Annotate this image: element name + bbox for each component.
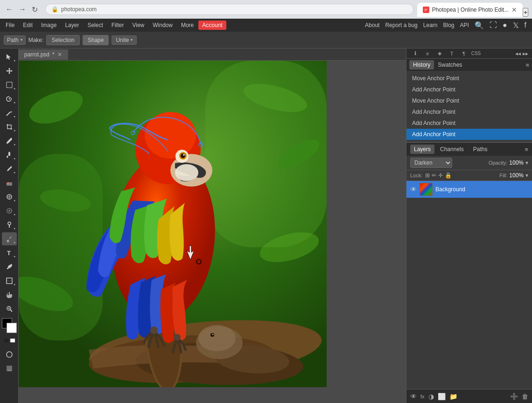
lock-transparency-icon[interactable]: ⊞ [425,172,430,179]
menu-filter[interactable]: Filter [108,21,128,30]
group-icon[interactable]: 📁 [449,393,457,400]
css-icon-btn[interactable]: CSS [471,50,481,57]
tool-eraser[interactable] [2,176,17,189]
menu-layer[interactable]: Layer [61,21,83,30]
menu-file[interactable]: File [2,21,18,30]
blog-link[interactable]: Blog [443,22,455,28]
make-selection-button[interactable]: Selection [46,35,79,45]
swatches-tab[interactable]: Swatches [434,60,466,69]
tool-text[interactable]: T ▸ [2,246,17,259]
tab-close-button[interactable]: ✕ [511,6,517,14]
tool-paint-bucket[interactable]: ▸ [2,148,17,161]
menu-select[interactable]: Select [84,21,106,30]
opacity-label: Opacity: [489,160,507,166]
layer-comp-icon[interactable]: 👁 [410,393,417,400]
background-color[interactable] [7,323,17,333]
tool-clone[interactable]: ▸ [2,190,17,203]
svg-rect-0 [7,82,12,88]
mask-icon[interactable]: ⬜ [438,393,446,400]
blend-mode-select[interactable]: Darken Normal Multiply Screen Overlay [410,158,452,168]
history-item-3[interactable]: Move Anchor Point [406,95,532,106]
fx-icon[interactable]: fx [420,394,425,399]
reddit-icon[interactable]: ● [503,21,507,29]
history-item-4[interactable]: Add Anchor Point [406,106,532,118]
tool-wand[interactable]: ▸ [2,106,17,119]
color-swatch[interactable] [2,318,17,333]
tool-lasso[interactable]: ▸ [2,92,17,105]
tool-sub-indicator4: ▸ [14,115,16,118]
refresh-button[interactable]: ↻ [30,3,40,16]
tool-eyedropper[interactable]: ▸ [2,134,17,147]
layers-tab[interactable]: Layers [410,145,434,154]
layers-panel-menu[interactable]: ≡ [525,146,528,153]
fill-dropdown-arrow[interactable]: ▾ [525,172,528,179]
new-tab-button[interactable]: + [523,8,528,17]
history-item-6[interactable]: Add Anchor Point [406,129,532,140]
active-tab[interactable]: P Photopea | Online Photo Edit... ✕ [417,3,523,17]
tool-dodge[interactable]: ▸ [2,218,17,231]
fullscreen-icon[interactable]: ⛶ [490,21,497,29]
history-item-label-1: Move Anchor Point [412,75,459,82]
layers-icon-btn[interactable]: ◈ [434,50,445,57]
paths-tab[interactable]: Paths [469,145,491,154]
menu-account[interactable]: Account [198,21,226,30]
menu-edit[interactable]: Edit [19,21,36,30]
tool-extra1[interactable] [2,348,17,361]
make-shape-button[interactable]: Shape [83,35,109,45]
tool-extra2[interactable]: ... [2,362,17,375]
back-button[interactable]: ← [4,3,15,15]
file-tab-parrot[interactable]: parrot.psd * ✕ [19,49,68,60]
tool-colorpicker[interactable] [2,260,17,273]
history-item-1[interactable]: Move Anchor Point [406,73,532,84]
lock-image-icon[interactable]: ✏ [432,172,436,179]
menu-image[interactable]: Image [37,21,60,30]
history-panel-menu[interactable]: ≡ [525,62,529,69]
tool-path-dropdown[interactable]: Path ▾ [4,35,26,45]
tool-select[interactable]: ▸ [2,50,17,63]
learn-link[interactable]: Learn [423,22,438,28]
forward-button[interactable]: → [17,3,28,15]
text-icon-btn[interactable]: T [447,50,457,57]
layer-row-background[interactable]: 👁 Background [406,181,532,198]
tool-zoom[interactable] [2,302,17,315]
panel-collapse-left[interactable]: ◂◂ [515,50,521,57]
facebook-icon[interactable]: f [525,21,526,29]
tool-shape[interactable]: ▸ [2,274,17,287]
tool-marquee[interactable]: ▸ [2,78,17,91]
history-item-2[interactable]: Add Anchor Point [406,84,532,95]
settings-icon[interactable]: ≡ [422,50,433,57]
tool-mode-normal[interactable] [2,334,17,347]
lock-position-icon[interactable]: ✛ [438,172,443,179]
unite-dropdown[interactable]: Unite ▾ [112,35,137,45]
tool-pen[interactable]: ▸ [2,232,17,245]
tool-brush[interactable]: ▸ [2,162,17,175]
search-icon[interactable]: 🔍 [475,21,484,30]
tool-move[interactable] [2,64,17,77]
delete-layer-icon[interactable]: 🗑 [522,393,528,400]
channels-tab[interactable]: Channels [436,145,468,154]
lock-all-icon[interactable]: 🔒 [445,172,452,179]
tool-blur[interactable]: ▸ [2,204,17,217]
about-link[interactable]: About [365,22,379,28]
panel-collapse-right[interactable]: ▸▸ [523,50,528,57]
tool-hand[interactable] [2,288,17,301]
report-bug-link[interactable]: Report a bug [385,22,417,28]
history-item-5[interactable]: Add Anchor Point [406,118,532,129]
layer-visibility-toggle[interactable]: 👁 [410,186,417,193]
tool-crop[interactable]: ▸ [2,120,17,133]
menu-window[interactable]: Window [149,21,176,30]
info-icon[interactable]: ℹ [410,50,420,57]
history-tab[interactable]: History [409,60,434,69]
adjustment-icon[interactable]: ◑ [428,393,434,400]
twitter-icon[interactable]: 𝕏 [513,21,519,30]
tool-sub-indicator5: ▸ [14,129,16,132]
para-icon-btn[interactable]: ¶ [459,50,469,57]
menu-view[interactable]: View [128,21,148,30]
new-layer-icon[interactable]: ➕ [510,393,518,400]
api-link[interactable]: API [460,22,469,28]
address-bar[interactable]: 🔒 photopea.com [45,4,413,15]
opacity-dropdown-arrow[interactable]: ▾ [525,160,528,166]
canvas-area[interactable] [19,61,406,403]
file-tab-close[interactable]: ✕ [57,51,62,58]
menu-more[interactable]: More [177,21,197,30]
